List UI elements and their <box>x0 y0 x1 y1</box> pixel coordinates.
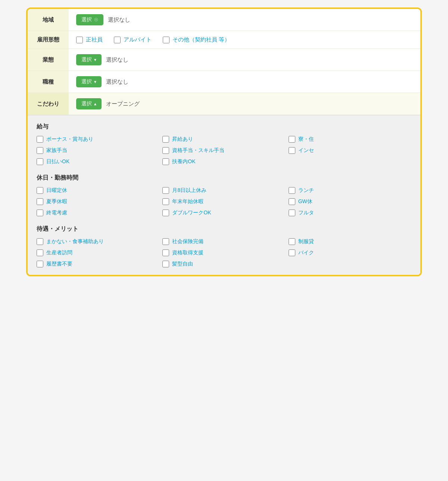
nenmatsu-checkbox[interactable] <box>162 198 169 205</box>
kamigata-item[interactable]: 髪型自由 <box>162 261 285 267</box>
shakai-checkbox[interactable] <box>162 238 169 245</box>
nichiyo-checkbox[interactable] <box>37 187 43 194</box>
taigo-section: 待遇・メリット まかない・食事補助あり 社会保険完備 制服貸 生産者訪問 <box>37 225 411 267</box>
seishain-checkbox[interactable] <box>76 37 83 43</box>
rireki-item[interactable]: 履歴書不要 <box>37 261 159 267</box>
bonus-label: ボーナス・賞与あり <box>46 136 93 143</box>
shikaku-checkbox[interactable] <box>162 147 169 154</box>
shikakutoku-checkbox[interactable] <box>162 249 169 256</box>
shuden-checkbox[interactable] <box>37 210 43 216</box>
baiku-label: バイク <box>298 249 314 256</box>
fuyonai-checkbox[interactable] <box>162 158 169 165</box>
shikaku-label: 資格手当・スキル手当 <box>172 147 224 154</box>
kodawari-select-btn[interactable]: 選択 ▴ <box>76 98 102 109</box>
kodawari-row: こだわり 選択 ▴ オープニング <box>28 93 420 115</box>
kazoku-item[interactable]: 家族手当 <box>37 147 159 154</box>
seifuku-item[interactable]: 制服貸 <box>289 238 411 245</box>
kamigata-checkbox[interactable] <box>162 261 169 267</box>
empty1-item <box>289 158 411 165</box>
gyotai-content: 選択 ▾ 選択なし <box>69 49 420 71</box>
seisansha-item[interactable]: 生産者訪問 <box>37 249 159 256</box>
seifuku-checkbox[interactable] <box>289 238 295 245</box>
seisansha-label: 生産者訪問 <box>46 249 72 256</box>
makanai-item[interactable]: まかない・食事補助あり <box>37 238 159 245</box>
furuta-checkbox[interactable] <box>289 210 295 216</box>
double-checkbox[interactable] <box>162 210 169 216</box>
seisansha-checkbox[interactable] <box>37 249 43 256</box>
gw-item[interactable]: GW休 <box>289 198 411 205</box>
bonus-item[interactable]: ボーナス・賞与あり <box>37 136 159 143</box>
kodawari-value: オープニング <box>106 100 140 108</box>
higurai-label: 日払いOK <box>46 158 69 165</box>
seishain-label: 正社員 <box>86 36 103 43</box>
nenmatsu-label: 年末年始休暇 <box>172 198 203 205</box>
ryo-item[interactable]: 寮・住 <box>289 136 411 143</box>
tsuki8-label: 月8日以上休み <box>172 187 206 194</box>
taigo-grid: まかない・食事補助あり 社会保険完備 制服貸 生産者訪問 資格取得支援 <box>37 238 411 267</box>
makanai-checkbox[interactable] <box>37 238 43 245</box>
koyokeitai-checkboxes: 正社員 アルバイト その他（契約社員 等） <box>76 36 230 43</box>
kaki-checkbox[interactable] <box>37 198 43 205</box>
rireki-checkbox[interactable] <box>37 261 43 267</box>
tsuki8-item[interactable]: 月8日以上休み <box>162 187 285 194</box>
lunch-item[interactable]: ランチ <box>289 187 411 194</box>
koyokeitai-label: 雇用形態 <box>28 31 69 49</box>
sonota-checkbox[interactable] <box>163 37 169 43</box>
chiiki-content: 選択 ☉ 選択なし <box>69 9 420 31</box>
arubaito-label: アルバイト <box>124 36 152 43</box>
arubaito-checkbox[interactable] <box>114 37 121 43</box>
baiku-item[interactable]: バイク <box>289 249 411 256</box>
shikakutoku-item[interactable]: 資格取得支援 <box>162 249 285 256</box>
shokyu-checkbox[interactable] <box>162 136 169 143</box>
kyujitsu-title: 休日・勤務時間 <box>37 174 411 182</box>
baiku-checkbox[interactable] <box>289 249 295 256</box>
gyotai-select-btn[interactable]: 選択 ▾ <box>76 54 102 65</box>
chevron-down-icon: ▾ <box>94 57 96 62</box>
inse-checkbox[interactable] <box>289 147 295 154</box>
kyuyo-grid: ボーナス・賞与あり 昇給あり 寮・住 家族手当 資格手当・スキル手当 <box>37 136 411 165</box>
kazoku-label: 家族手当 <box>46 147 67 154</box>
higurai-checkbox[interactable] <box>37 158 43 165</box>
arubaito-item[interactable]: アルバイト <box>114 36 152 43</box>
fuyonai-item[interactable]: 扶養内OK <box>162 158 285 165</box>
shokushu-select-btn[interactable]: 選択 ▾ <box>76 76 102 87</box>
gw-checkbox[interactable] <box>289 198 295 205</box>
shakai-item[interactable]: 社会保険完備 <box>162 238 285 245</box>
lunch-checkbox[interactable] <box>289 187 295 194</box>
furuta-label: フルタ <box>298 210 314 216</box>
seishain-item[interactable]: 正社員 <box>76 36 103 43</box>
shokyu-label: 昇給あり <box>172 136 193 143</box>
kyujitsu-grid: 日曜定休 月8日以上休み ランチ 夏季休暇 年末年始休暇 <box>37 187 411 216</box>
shuden-item[interactable]: 終電考慮 <box>37 210 159 216</box>
chevron-up-icon: ▴ <box>94 101 96 106</box>
higurai-item[interactable]: 日払いOK <box>37 158 159 165</box>
inse-item[interactable]: インセ <box>289 147 411 154</box>
nenmatsu-item[interactable]: 年末年始休暇 <box>162 198 285 205</box>
koyokeitai-content: 正社員 アルバイト その他（契約社員 等） <box>69 31 420 49</box>
kyujitsu-section: 休日・勤務時間 日曜定休 月8日以上休み ランチ 夏季休暇 <box>37 174 411 216</box>
koyokeitai-row: 雇用形態 正社員 アルバイト その他（契約社員 等） <box>28 31 420 49</box>
empty2-item <box>289 261 411 267</box>
makanai-label: まかない・食事補助あり <box>46 238 104 245</box>
shakai-label: 社会保険完備 <box>172 238 203 245</box>
shokushu-label: 職種 <box>28 71 69 93</box>
double-item[interactable]: ダブルワークOK <box>162 210 285 216</box>
shokyu-item[interactable]: 昇給あり <box>162 136 285 143</box>
shikakutoku-label: 資格取得支援 <box>172 249 203 256</box>
seifuku-label: 制服貸 <box>298 238 314 245</box>
gw-label: GW休 <box>298 198 312 205</box>
gyotai-no-select: 選択なし <box>106 56 128 63</box>
ryo-checkbox[interactable] <box>289 136 295 143</box>
kazoku-checkbox[interactable] <box>37 147 43 154</box>
tsuki8-checkbox[interactable] <box>162 187 169 194</box>
kaki-item[interactable]: 夏季休暇 <box>37 198 159 205</box>
shuden-label: 終電考慮 <box>46 210 67 216</box>
shikaku-item[interactable]: 資格手当・スキル手当 <box>162 147 285 154</box>
chiiki-label: 地域 <box>28 9 69 31</box>
chiiki-select-btn[interactable]: 選択 ☉ <box>76 14 103 25</box>
sonota-item[interactable]: その他（契約社員 等） <box>163 36 230 43</box>
furuta-item[interactable]: フルタ <box>289 210 411 216</box>
bonus-checkbox[interactable] <box>37 136 43 143</box>
nichiyo-item[interactable]: 日曜定休 <box>37 187 159 194</box>
kamigata-label: 髪型自由 <box>172 261 193 267</box>
